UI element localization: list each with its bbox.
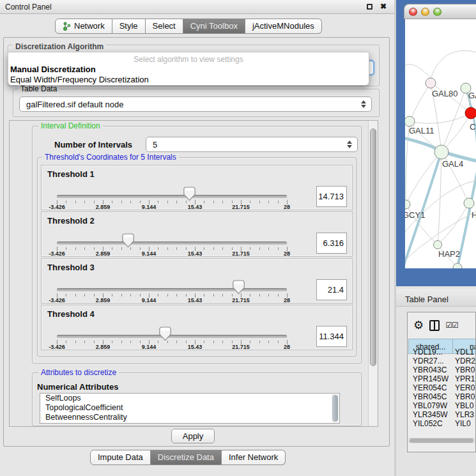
slider-track[interactable]	[57, 242, 287, 245]
table-row[interactable]: YIL052CYIL0	[408, 419, 476, 428]
threshold-value-field[interactable]: 21.4	[316, 279, 347, 300]
number-of-intervals-label: Number of Intervals	[54, 140, 132, 150]
table-row[interactable]: YLR345WYLR3	[408, 410, 476, 419]
vertical-scrollbar[interactable]	[368, 121, 378, 426]
network-node-h[interactable]	[464, 198, 474, 208]
tab-impute-data[interactable]: Impute Data	[90, 450, 151, 465]
network-node-c[interactable]	[465, 107, 476, 119]
minor-tick	[75, 247, 76, 250]
minor-tick	[176, 201, 177, 203]
threshold-value-field[interactable]: 6.316	[316, 233, 347, 254]
node-label: GAL80	[432, 89, 457, 98]
zoom-traffic-light-icon[interactable]	[433, 8, 441, 16]
tab-jactivemnodules[interactable]: jActiveMNodules	[245, 19, 322, 34]
table-row[interactable]: YPR145WYPR1	[408, 374, 476, 383]
table-row[interactable]: YBL079WYBL0	[408, 401, 476, 410]
slider-thumb[interactable]	[122, 233, 134, 248]
algorithm-option-equal-width-frequency-discretization[interactable]: Equal Width/Frequency Discretization	[8, 74, 369, 84]
algorithm-dropdown-popup: Select algorithm to view settings Manual…	[8, 52, 369, 86]
table-panel-title: Table Panel	[405, 295, 449, 304]
horizontal-scrollbar[interactable]	[408, 438, 476, 443]
table-cell: YIL0	[453, 419, 476, 428]
minor-tick	[66, 294, 66, 296]
slider-track[interactable]	[57, 195, 287, 198]
network-edge	[405, 65, 431, 78]
slider-thumb[interactable]	[233, 280, 245, 295]
close-icon[interactable]: ✖	[380, 2, 387, 11]
table-cell: YDL19...	[408, 348, 453, 357]
tab-select[interactable]: Select	[146, 19, 183, 34]
slider-track[interactable]	[57, 288, 287, 291]
network-node-gal80[interactable]	[426, 78, 436, 88]
minor-tick	[176, 294, 177, 296]
minor-tick	[268, 247, 269, 250]
tab-cyni-toolbox[interactable]: Cyni Toolbox	[183, 19, 245, 34]
table-row[interactable]: YDR27...YDR2	[408, 357, 476, 365]
node-label: GAL11	[409, 126, 434, 135]
network-edge	[410, 113, 471, 123]
number-of-intervals-spinner[interactable]: 5	[146, 137, 358, 152]
network-node-hap2[interactable]	[434, 241, 442, 249]
network-edge	[410, 83, 431, 121]
slider-thumb[interactable]	[183, 187, 196, 201]
minor-tick	[186, 294, 187, 296]
checkbox-icons[interactable]: ☑☑	[445, 321, 458, 330]
tick-label: -3.426	[49, 344, 65, 350]
tab-infer-network[interactable]: Infer Network	[222, 450, 286, 465]
numerical-attributes-label: Numerical Attributes	[37, 382, 118, 392]
table-cell: YBL079W	[408, 401, 453, 410]
network-node-gal11[interactable]	[405, 116, 415, 127]
attribute-item-topologicalcoefficient[interactable]: TopologicalCoefficient	[40, 403, 339, 413]
table-row[interactable]: YBR043CYBR0	[408, 365, 476, 374]
attribute-item-selfloops[interactable]: SelfLoops	[40, 394, 339, 403]
tab-label: Discretize Data	[158, 450, 214, 464]
node-label: GA	[468, 91, 476, 100]
minor-tick	[222, 201, 223, 203]
slider-thumb[interactable]	[159, 326, 171, 341]
table-cell: YPR145W	[408, 374, 453, 383]
close-traffic-light-icon[interactable]	[409, 8, 417, 16]
table-row[interactable]: YDL19...YDL1	[408, 348, 476, 357]
table-data-combobox[interactable]: galFiltered.sif default node	[19, 96, 372, 112]
algorithm-group-title: Discretization Algorithm	[13, 42, 106, 51]
network-node-gcy1[interactable]	[405, 200, 410, 209]
bottom-tab-bar: Impute DataDiscretize DataInfer Network	[90, 450, 286, 465]
tick-label: 2.859	[96, 297, 111, 303]
network-node-gal4[interactable]	[434, 145, 449, 159]
tick-label: 2.859	[96, 250, 111, 257]
minimize-traffic-light-icon[interactable]	[421, 8, 429, 16]
network-edge	[431, 50, 476, 78]
split-columns-icon[interactable]	[429, 320, 440, 331]
vertical-scrollbar-thumb[interactable]	[370, 128, 376, 366]
tab-network[interactable]: Network	[55, 19, 112, 34]
attribute-item-betweennesscentrality[interactable]: BetweennessCentrality	[40, 413, 339, 422]
algorithm-placeholder-option[interactable]: Select algorithm to view settings	[8, 52, 369, 64]
numerical-attributes-list[interactable]: SelfLoopsTopologicalCoefficientBetweenne…	[40, 393, 340, 424]
list-scrollbar-thumb[interactable]	[332, 395, 338, 422]
network-window-titlebar[interactable]	[404, 4, 476, 19]
minor-tick	[167, 247, 168, 250]
tab-style[interactable]: Style	[112, 19, 146, 34]
tick-label: 2.859	[96, 344, 111, 350]
algorithm-option-manual-discretization[interactable]: Manual Discretization	[8, 64, 369, 74]
tick-label: -3.426	[49, 250, 65, 257]
attributes-group-title: Attributes to discretize	[38, 368, 119, 377]
threshold-3-panel: Threshold 3-3.4262.8599.14415.4321.71528…	[41, 258, 353, 303]
minor-tick	[121, 201, 122, 203]
table-row[interactable]: YER054CYER0	[408, 383, 476, 392]
threshold-value-field[interactable]: 14.713	[316, 186, 347, 207]
gear-icon[interactable]: ⚙	[413, 319, 424, 331]
horizontal-scrollbar-thumb[interactable]	[410, 438, 473, 443]
table-row[interactable]: YBR045CYBR0	[408, 392, 476, 401]
network-canvas[interactable]: GAL80GACGAL11GAL4GCY1HHAP2	[405, 19, 476, 268]
threshold-value-field[interactable]: 11.344	[316, 326, 347, 347]
float-window-icon[interactable]	[367, 4, 372, 10]
table-cell: YPR1	[453, 374, 476, 383]
tab-discretize-data[interactable]: Discretize Data	[151, 450, 222, 465]
minor-tick	[259, 294, 260, 296]
list-scrollbar[interactable]	[332, 394, 339, 422]
apply-button[interactable]: Apply	[171, 429, 215, 443]
table-cell: YDR27...	[408, 357, 453, 365]
minor-tick	[250, 247, 250, 250]
slider-track[interactable]	[57, 335, 287, 338]
